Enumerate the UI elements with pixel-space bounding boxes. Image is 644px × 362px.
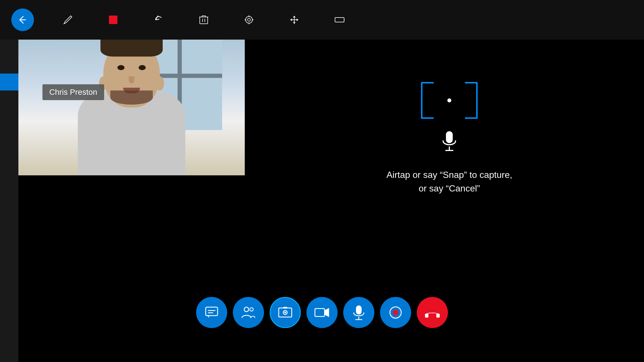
screenshot-button[interactable] (270, 297, 301, 328)
bracket-right (465, 82, 478, 119)
viewfinder (421, 82, 478, 119)
target-button[interactable] (238, 8, 260, 31)
svg-point-4 (246, 16, 252, 23)
end-call-button[interactable] (417, 297, 448, 328)
svg-rect-23 (283, 307, 287, 309)
svg-point-25 (284, 312, 286, 313)
pen-button[interactable] (57, 8, 79, 31)
chat-button[interactable] (196, 297, 227, 328)
snap-instruction: Airtap or say “Snap” to capture, or say … (387, 168, 512, 195)
video-feed: Chris Preston (18, 40, 245, 175)
toolbar (0, 0, 644, 40)
svg-rect-33 (436, 314, 440, 318)
svg-point-20 (244, 307, 249, 312)
svg-rect-12 (335, 18, 344, 22)
svg-point-21 (250, 308, 253, 311)
participant-video (18, 40, 245, 175)
mute-button[interactable] (343, 297, 374, 328)
svg-rect-26 (315, 309, 325, 316)
move-button[interactable] (283, 8, 306, 31)
svg-rect-14 (446, 131, 453, 143)
participants-button[interactable] (233, 297, 264, 328)
record-button[interactable] (380, 297, 411, 328)
svg-rect-32 (425, 314, 428, 318)
pin-button[interactable] (328, 8, 351, 31)
svg-rect-1 (200, 17, 208, 24)
bracket-left (421, 82, 434, 119)
microphone-icon (441, 130, 458, 157)
svg-point-31 (393, 310, 398, 315)
back-button[interactable] (11, 8, 34, 31)
capture-panel: Airtap or say “Snap” to capture, or say … (255, 40, 644, 238)
delete-button[interactable] (192, 8, 215, 31)
call-controls (0, 297, 644, 328)
video-button[interactable] (306, 297, 338, 328)
participant-name-label: Chris Preston (42, 84, 104, 100)
svg-point-5 (248, 18, 250, 21)
svg-rect-17 (206, 307, 218, 316)
stop-button[interactable] (102, 8, 124, 31)
viewfinder-dot (447, 98, 451, 102)
sidebar-accent (0, 74, 18, 90)
undo-button[interactable] (147, 8, 170, 31)
svg-rect-27 (356, 305, 362, 314)
